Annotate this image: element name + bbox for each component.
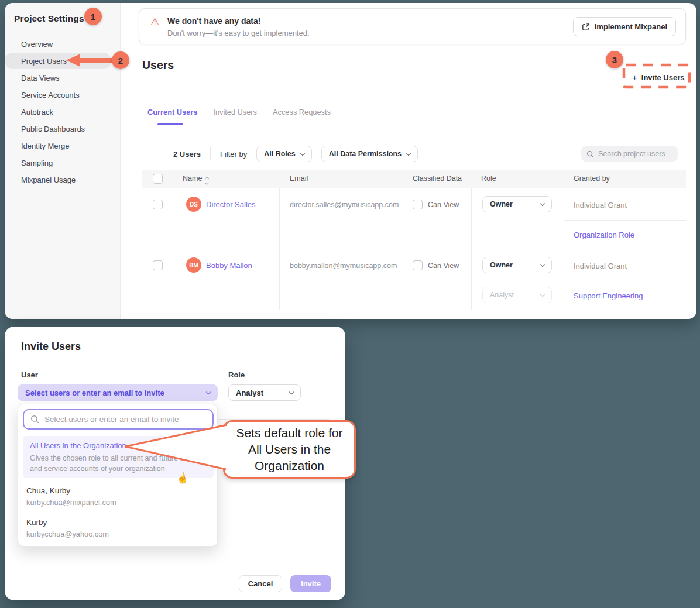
sidebar-item-identity-merge[interactable]: Identity Merge bbox=[5, 138, 121, 154]
users-tabs: Current Users Invited Users Access Reque… bbox=[142, 105, 686, 125]
option-user-email: kurbycchua@yahoo.com bbox=[26, 530, 214, 538]
users-table: Name Email Classified Data Role Granted … bbox=[142, 170, 686, 310]
search-icon bbox=[30, 415, 39, 424]
classified-data-cell: Can View bbox=[413, 200, 459, 209]
sidebar-item-data-views[interactable]: Data Views bbox=[5, 70, 121, 87]
role-select[interactable]: Owner bbox=[482, 196, 552, 212]
sidebar-item-service-accounts[interactable]: Service Accounts bbox=[5, 87, 121, 104]
no-data-banner: ⚠ We don't have any data! Don't worry—it… bbox=[139, 8, 686, 44]
divider bbox=[471, 280, 686, 280]
row-checkbox[interactable] bbox=[153, 200, 163, 209]
roles-filter-dropdown[interactable]: All Roles bbox=[256, 146, 312, 162]
callout-tail bbox=[117, 413, 234, 483]
annotation-step-1: 1 bbox=[84, 8, 102, 25]
classified-data-cell: Can View bbox=[413, 260, 459, 270]
active-tab-underline bbox=[157, 123, 183, 125]
granted-by-text: Individual Grant bbox=[574, 262, 627, 270]
role-field-label: Role bbox=[228, 370, 245, 379]
user-name-link[interactable]: Director Salles bbox=[206, 200, 256, 209]
divider bbox=[402, 188, 402, 310]
option-user[interactable]: Chua, Kurby kurby.chua@mixpanel.com bbox=[26, 486, 214, 507]
row-checkbox[interactable] bbox=[153, 260, 163, 270]
annotation-step-2: 2 bbox=[112, 51, 129, 69]
banner-title: We don't have any data! bbox=[167, 16, 260, 26]
role-value: Analyst bbox=[490, 291, 514, 299]
filter-row: 2 Users Filter by All Roles All Data Per… bbox=[173, 146, 418, 162]
invite-submit-button[interactable]: Invite bbox=[290, 575, 331, 592]
banner-subtitle: Don't worry—it's easy to get implemented… bbox=[167, 29, 310, 37]
chevron-down-icon bbox=[206, 389, 211, 394]
user-count: 2 Users bbox=[173, 150, 201, 159]
role-select-disabled: Analyst bbox=[482, 287, 552, 303]
user-email: director.salles@mymusicapp.com bbox=[290, 201, 399, 209]
can-view-label: Can View bbox=[428, 262, 459, 270]
divider bbox=[564, 188, 564, 310]
annotation-arrow bbox=[61, 50, 120, 71]
divider bbox=[5, 569, 345, 569]
tab-invited-users[interactable]: Invited Users bbox=[213, 105, 257, 125]
search-project-users-input[interactable] bbox=[598, 150, 671, 158]
tab-access-requests[interactable]: Access Requests bbox=[273, 105, 331, 125]
sidebar-item-public-dashboards[interactable]: Public Dashboards bbox=[5, 121, 121, 138]
tab-current-users[interactable]: Current Users bbox=[147, 105, 197, 125]
modal-title: Invite Users bbox=[21, 341, 81, 353]
option-user-name: Kurby bbox=[26, 518, 214, 527]
option-user-email: kurby.chua@mixpanel.com bbox=[26, 498, 214, 507]
sidebar-title: Project Settings bbox=[14, 13, 84, 24]
avatar: BM bbox=[186, 257, 201, 273]
can-view-checkbox[interactable] bbox=[413, 260, 423, 270]
chevron-down-icon bbox=[540, 201, 545, 205]
user-field-label: User bbox=[21, 370, 38, 379]
column-header-classified: Classified Data bbox=[413, 170, 462, 188]
annotation-dashed-box bbox=[620, 60, 694, 91]
role-select[interactable]: Owner bbox=[482, 257, 552, 273]
search-project-users[interactable] bbox=[581, 146, 678, 162]
chevron-down-icon bbox=[540, 291, 545, 296]
sidebar-item-autotrack[interactable]: Autotrack bbox=[5, 104, 121, 121]
avatar: DS bbox=[186, 197, 201, 212]
permissions-filter-label: All Data Permissions bbox=[329, 150, 402, 158]
granted-by-text: Individual Grant bbox=[574, 201, 627, 209]
chevron-down-icon bbox=[289, 389, 294, 394]
user-name-link[interactable]: Bobby Mallon bbox=[206, 261, 252, 270]
search-icon bbox=[586, 150, 594, 158]
annotation-step-3: 3 bbox=[606, 51, 623, 68]
user-email: bobby.mallon@mymusicapp.com bbox=[290, 262, 397, 270]
column-header-name: Name bbox=[183, 170, 208, 188]
granted-by-link[interactable]: Support Engineering bbox=[574, 291, 643, 300]
role-select-value: Analyst bbox=[236, 389, 263, 397]
roles-filter-label: All Roles bbox=[264, 150, 296, 158]
sidebar-item-mixpanel-usage[interactable]: Mixpanel Usage bbox=[5, 171, 121, 188]
filter-by-label: Filter by bbox=[220, 150, 247, 159]
permissions-filter-dropdown[interactable]: All Data Permissions bbox=[321, 146, 418, 162]
implement-mixpanel-button[interactable]: Implement Mixpanel bbox=[573, 17, 676, 36]
column-header-role: Role bbox=[481, 170, 496, 188]
option-user-name: Chua, Kurby bbox=[26, 486, 214, 495]
cancel-button[interactable]: Cancel bbox=[239, 575, 282, 592]
external-link-icon bbox=[582, 23, 590, 31]
granted-by-link[interactable]: Organization Role bbox=[574, 231, 634, 239]
column-header-granted: Granted by bbox=[574, 170, 610, 188]
role-value: Owner bbox=[490, 200, 513, 208]
page-title: Users bbox=[142, 59, 174, 72]
warning-icon: ⚠ bbox=[150, 16, 159, 28]
divider bbox=[142, 310, 686, 310]
divider bbox=[279, 188, 280, 310]
chevron-down-icon bbox=[540, 262, 545, 266]
sidebar-item-sampling[interactable]: Sampling bbox=[5, 154, 121, 171]
divider bbox=[210, 147, 211, 160]
user-select-value: Select users or enter an email to invite bbox=[25, 389, 164, 397]
can-view-checkbox[interactable] bbox=[413, 200, 423, 209]
select-all-checkbox[interactable] bbox=[153, 174, 163, 184]
chevron-down-icon bbox=[406, 150, 411, 155]
divider bbox=[142, 252, 686, 252]
sort-icon[interactable] bbox=[205, 177, 208, 184]
option-user[interactable]: Kurby kurbycchua@yahoo.com bbox=[26, 518, 214, 538]
can-view-label: Can View bbox=[428, 201, 459, 209]
callout-bubble: Sets default role for All Users in the O… bbox=[223, 420, 356, 479]
divider bbox=[564, 220, 686, 221]
role-value: Owner bbox=[490, 261, 513, 269]
role-select-field[interactable]: Analyst bbox=[228, 384, 301, 401]
implement-mixpanel-label: Implement Mixpanel bbox=[595, 22, 667, 31]
user-select-field[interactable]: Select users or enter an email to invite bbox=[18, 384, 218, 401]
